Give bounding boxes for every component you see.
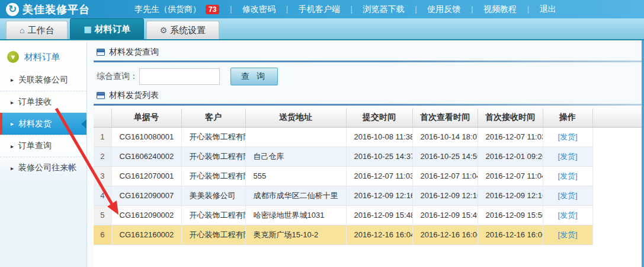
sidebar: ▼ 材料订单 ▸关联装修公司▸订单接收▸材料发货▸订单查询▸装修公司往来帐: [0, 42, 87, 267]
sidebar-item-订单接收[interactable]: ▸订单接收: [0, 91, 86, 113]
grid-icon: ▦: [84, 24, 91, 34]
submit-time: 2016-12-09 15:48: [346, 205, 412, 225]
first-view-time: 2016-12-07 11:04: [412, 166, 478, 186]
first-receive-time: 2016-12-16 16:06: [478, 225, 543, 244]
submit-time: 2016-12-09 12:16: [346, 186, 412, 205]
separator: ｜: [412, 4, 420, 15]
top-link-使用反馈[interactable]: 使用反馈: [427, 4, 460, 15]
first-receive-time: 2016-12-09 12:16: [478, 186, 543, 205]
top-link-退出[interactable]: 退出: [540, 4, 556, 15]
top-link-视频教程[interactable]: 视频教程: [483, 4, 517, 15]
brand-swirl-icon: ↻: [6, 3, 19, 16]
triangle-bullet-icon: ▸: [11, 143, 14, 150]
first-view-time: 2016-10-14 18:07: [412, 127, 478, 147]
triangle-bullet-icon: ▸: [11, 120, 14, 127]
notification-badge[interactable]: 73: [206, 5, 219, 14]
operation-cell: [发货]: [543, 147, 592, 166]
tab-bar: ⌂工作台▦材料订单⚙系统设置: [0, 18, 644, 40]
triangle-bullet-icon: ▸: [11, 77, 14, 83]
customer: 美美装修公司: [181, 186, 245, 205]
filler-cell: [592, 186, 644, 205]
order-number: CG1612160002: [111, 225, 181, 244]
list-section-header: 材料发货列表: [94, 90, 644, 101]
top-link-浏览器下载[interactable]: 浏览器下载: [363, 4, 405, 15]
top-link-修改密码[interactable]: 修改密码: [242, 4, 275, 15]
submit-time: 2016-10-08 11:38: [346, 127, 412, 147]
row-number: 2: [94, 147, 111, 166]
brand-logo[interactable]: ↻ 美佳装修平台: [6, 2, 90, 17]
sidebar-item-label: 材料发货: [18, 119, 52, 129]
filler-cell: [592, 205, 644, 225]
content: 材料发货查询 综合查询： 查 询 材料发货列表: [94, 42, 644, 267]
table-row[interactable]: 1CG1610080001开心装饰工程有限公2016-10-08 11:3820…: [94, 127, 644, 147]
first-view-time: 2016-12-09 15:49: [412, 205, 478, 225]
chevron-down-icon: ▼: [7, 51, 19, 63]
window-icon: [97, 49, 105, 56]
first-receive-time: 2016-12-01 09:26: [478, 147, 543, 166]
separator: ｜: [524, 4, 532, 15]
submit-time: 2016-10-25 14:37: [346, 147, 412, 166]
sidebar-item-关联装修公司[interactable]: ▸关联装修公司: [0, 69, 86, 91]
first-view-time: 2016-12-16 16:06: [412, 225, 478, 244]
sidebar-item-装修公司往来帐[interactable]: ▸装修公司往来帐: [0, 157, 86, 179]
tab-系统设置[interactable]: ⚙系统设置: [146, 21, 220, 39]
tab-工作台[interactable]: ⌂工作台: [6, 21, 68, 39]
ship-link[interactable]: [发货]: [558, 152, 577, 161]
first-receive-time: 2016-12-07 11:03: [478, 127, 543, 147]
search-button[interactable]: 查 询: [230, 68, 278, 85]
table-row[interactable]: 4CG1612090007美美装修公司成都市成华区二仙桥十里2016-12-09…: [94, 186, 644, 205]
first-receive-time: 2016-12-07 11:04: [478, 166, 543, 186]
tab-label: 材料订单: [95, 24, 130, 35]
ship-link[interactable]: [发货]: [558, 230, 577, 239]
brand-name: 美佳装修平台: [23, 2, 90, 17]
separator: ｜: [348, 4, 355, 15]
ship-link[interactable]: [发货]: [558, 171, 577, 180]
user-name: 李先生（供货商）: [134, 4, 201, 15]
delivery-address: 成都市成华区二仙桥十里: [245, 186, 346, 205]
triangle-bullet-icon: ▸: [11, 99, 14, 106]
tab-label: 工作台: [27, 25, 54, 36]
filler-cell: [592, 147, 644, 166]
top-link-手机客户端[interactable]: 手机客户端: [299, 4, 340, 15]
table-row[interactable]: 3CG1612070001开心装饰工程有限公5552016-12-07 11:0…: [94, 166, 644, 186]
window-icon: [97, 92, 105, 99]
row-number: 6: [94, 225, 111, 244]
table-row[interactable]: 6CG1612160002开心装饰工程有限公奥克斯广场15-10-22016-1…: [94, 225, 644, 244]
delivery-address: 自己仓库: [245, 147, 346, 166]
column-header: 提交时间: [346, 109, 412, 127]
ship-link[interactable]: [发货]: [558, 132, 577, 141]
delivery-address: 哈密绿地世界城1031: [245, 205, 346, 225]
customer: 开心装饰工程有限公: [181, 147, 245, 166]
sidebar-item-label: 关联装修公司: [18, 75, 68, 85]
sidebar-item-材料发货[interactable]: ▸材料发货: [0, 113, 86, 135]
sidebar-item-订单查询[interactable]: ▸订单查询: [0, 135, 86, 157]
section-divider: [94, 61, 644, 62]
first-receive-time: 2016-12-09 15:50: [478, 205, 543, 225]
search-input[interactable]: [139, 68, 220, 85]
ship-link[interactable]: [发货]: [558, 211, 577, 220]
delivery-address: 555: [245, 166, 346, 186]
customer: 开心装饰工程有限公: [181, 225, 245, 244]
submit-time: 2016-12-07 11:03: [346, 166, 412, 186]
active-notch-icon: [81, 119, 86, 129]
tab-材料订单[interactable]: ▦材料订单: [70, 18, 143, 39]
submit-time: 2016-12-16 16:04: [346, 225, 412, 244]
separator: ｜: [468, 4, 476, 15]
top-links: ｜修改密码｜手机客户端｜浏览器下载｜使用反馈｜视频教程｜退出: [219, 4, 556, 15]
right-edge-bar[interactable]: [642, 40, 644, 267]
ship-link[interactable]: [发货]: [558, 191, 577, 200]
home-icon: ⌂: [20, 26, 24, 35]
order-number: CG1612090002: [111, 205, 181, 225]
sidebar-header[interactable]: ▼ 材料订单: [0, 42, 86, 69]
operation-cell: [发货]: [543, 186, 592, 205]
table-row[interactable]: 5CG1612090002开心装饰工程有限公哈密绿地世界城10312016-12…: [94, 205, 644, 225]
row-number: 3: [94, 166, 111, 186]
table-row[interactable]: 2CG1606240002开心装饰工程有限公自己仓库2016-10-25 14:…: [94, 147, 644, 166]
filler-cell: [592, 225, 644, 244]
operation-cell: [发货]: [543, 225, 592, 244]
order-number: CG1610080001: [111, 127, 181, 147]
top-bar: ↻ 美佳装修平台 李先生（供货商） 73 ｜修改密码｜手机客户端｜浏览器下载｜使…: [0, 0, 644, 18]
row-number: 5: [94, 205, 111, 225]
order-number: CG1612090007: [111, 186, 181, 205]
delivery-address: [245, 127, 346, 147]
